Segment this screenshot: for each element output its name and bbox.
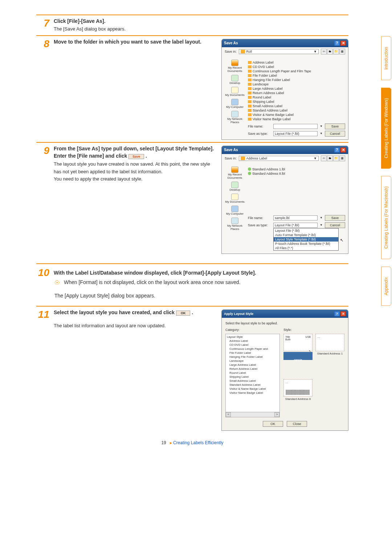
dialog-instruction: Select the layout style to be applied. [225,321,344,325]
help-button[interactable]: ? [334,311,340,316]
step-number: 7 [36,18,49,28]
filename-label: File name: [248,125,271,128]
step-title: Select the layout style you have created… [54,309,214,316]
mydocs-icon[interactable] [231,194,238,200]
tab-windows[interactable]: Creating Labels (For Windows) [381,88,391,169]
tab-appendix[interactable]: Appendix [381,267,391,306]
close-icon[interactable]: ✕ [340,41,346,46]
newfolder-icon[interactable]: 📁 [333,49,339,54]
preview-item[interactable]: Title USBBoth sample ↖ [283,334,313,377]
step-number: 9 [36,146,49,156]
ok-inline-button: OK [176,311,191,316]
step-title: Move to the folder in which you want to … [54,39,214,45]
category-tree[interactable]: Layout Style Address Label CD DVD Label … [225,334,280,417]
dialog-titlebar: Save As ? ✕ [222,146,348,154]
folder-icon [241,157,245,160]
save-button[interactable]: Save [325,123,345,129]
cancel-button[interactable]: Cancel [325,222,345,228]
network-icon[interactable] [231,218,238,224]
help-button[interactable]: ? [334,147,340,153]
side-tabs: Introduction Creating Labels (For Window… [381,36,391,306]
savein-label: Save in: [225,157,237,160]
step-desc: The [Apply Layout Style] dialog box appe… [36,293,348,299]
step-desc: The [Save As] dialog box appears. [54,25,348,33]
style-preview-grid: Title USBBoth sample ↖ .... Standard Add… [283,334,344,417]
close-icon[interactable]: ✕ [340,147,346,153]
preview-item[interactable]: .... Standard Address 8 [283,379,313,417]
step-desc: The label list information and layout ar… [54,322,214,330]
cancel-button[interactable]: Cancel [325,131,345,137]
up-icon[interactable]: 🖿 [327,155,333,161]
back-icon[interactable]: ⇦ [321,155,327,161]
dialog-title-text: Save As [224,148,238,152]
cursor-icon: ↖ [309,350,311,353]
dialog-title-text: Apply Layout Style [224,312,253,316]
page-number: 19 [161,440,166,445]
close-icon[interactable]: ✕ [340,311,346,316]
page-footer: 19 ▸ Creating Labels Efficiently [36,433,348,449]
type-label: Save as type: [248,132,271,135]
newfolder-icon[interactable]: 📁 [333,155,339,161]
type-dropdown-list[interactable]: Layout File (*.lbl) Auto Format Template… [273,228,339,251]
arrow-icon: ▸ [170,440,172,445]
save-inline-button: Save [128,154,144,159]
close-button[interactable]: Close [287,421,307,427]
nav-icons: ⇦ 🖿 📁 ▦ [321,155,345,161]
recent-docs-icon[interactable] [231,60,238,66]
footer-link[interactable]: Creating Labels Efficiently [173,440,224,445]
mycomputer-icon[interactable] [231,206,238,212]
dialog-title-text: Save As [224,41,238,45]
step-7: 7 Click [File]-[Save As]. The [Save As] … [36,15,348,33]
desktop-icon[interactable] [231,182,238,188]
scroll-left-icon[interactable]: < [226,412,231,417]
type-label: Save as type: [248,223,271,227]
apply-style-dialog: Apply Layout Style ? ✕ Select the layout… [221,309,348,431]
help-button[interactable]: ? [334,41,340,46]
file-list[interactable]: Address Label CD DVD Label Continuous Le… [248,60,345,122]
step-title-b: Enter the [File name] and click Save . [54,153,214,159]
view-icon[interactable]: ▦ [339,155,345,161]
mycomputer-icon[interactable] [231,99,238,105]
step-title-a: From the [Save As] type pull down, selec… [54,146,214,151]
scrollbar[interactable]: <> [226,412,279,417]
up-icon[interactable]: 🖿 [327,49,333,54]
savein-dropdown[interactable]: Roll▼ [239,49,319,54]
step-11: 11 Select the layout style you have crea… [36,306,348,431]
filename-label: File name: [248,216,271,220]
view-icon[interactable]: ▦ [339,49,345,54]
tab-macintosh[interactable]: Creating Labels (For Macintosh) [381,176,391,259]
desktop-icon[interactable] [231,75,238,81]
folder-icon [241,50,245,53]
step-number: 10 [36,268,49,278]
file-list[interactable]: Standard Address 1.lbl Standard Address … [248,166,345,214]
tab-introduction[interactable]: Introduction [381,36,391,80]
preview-item[interactable]: .... Standard Address 1 [315,334,344,377]
network-icon[interactable] [231,111,238,117]
step-8: 8 Move to the folder in which you want t… [36,35,348,140]
dialog-titlebar: Apply Layout Style ? ✕ [222,310,348,318]
back-icon[interactable]: ⇦ [321,49,327,54]
save-as-dialog-1: Save As ? ✕ Save in: Roll▼ ⇦ 🖿 📁 [221,39,348,140]
mydocs-icon[interactable] [231,87,238,93]
tip-icon: ☉ [54,279,60,286]
nav-icons: ⇦ 🖿 📁 ▦ [321,49,345,54]
tip-text: When [Format] is not displayed, click on… [64,279,240,285]
recent-docs-icon[interactable] [231,166,238,173]
step-9: 9 From the [Save As] type pull down, sel… [36,142,348,254]
category-label: Category: [225,328,280,332]
filename-input[interactable]: sample.lbl [273,215,318,220]
step-title: With the Label List/Database window disp… [54,268,256,276]
filename-input[interactable] [273,124,318,129]
style-label: Style: [283,328,292,332]
savein-label: Save in: [225,50,237,53]
save-button[interactable]: Save [325,215,345,221]
scroll-right-icon[interactable]: > [274,412,279,417]
savein-dropdown[interactable]: Address Label▼ [239,156,319,161]
type-dropdown[interactable]: Layout File (*.lbl) [273,223,318,228]
save-as-dialog-2: Save As ? ✕ Save in: Address Label▼ ⇦ 🖿 … [221,146,348,254]
dialog-titlebar: Save As ? ✕ [222,39,348,47]
step-number: 11 [36,309,49,320]
type-dropdown[interactable]: Layout File (*.lbl) [273,131,318,136]
step-desc: The layout style you have created is now… [54,161,214,183]
ok-button[interactable]: OK [263,421,283,427]
